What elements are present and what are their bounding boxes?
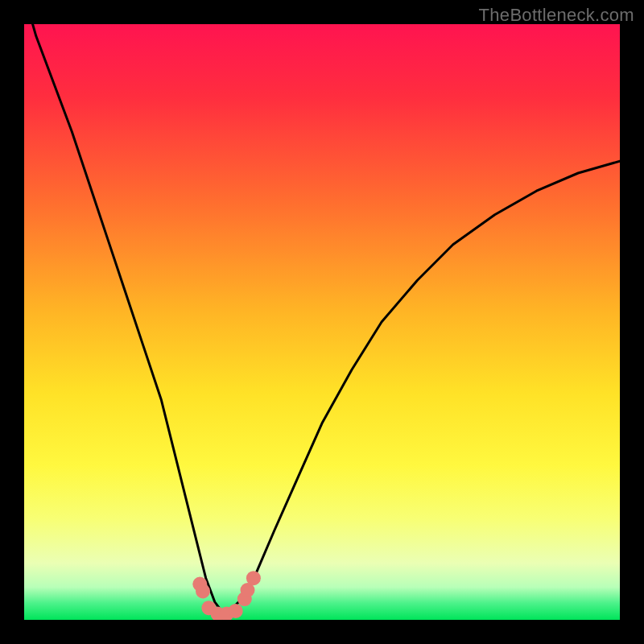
chart-frame: TheBottleneck.com bbox=[0, 0, 644, 644]
curve-layer bbox=[24, 24, 620, 620]
marker-point bbox=[246, 571, 261, 585]
watermark-text: TheBottleneck.com bbox=[479, 5, 634, 26]
curve-path bbox=[24, 24, 620, 614]
plot-area bbox=[24, 24, 620, 620]
marker-point bbox=[229, 604, 243, 618]
marker-point bbox=[196, 584, 210, 598]
